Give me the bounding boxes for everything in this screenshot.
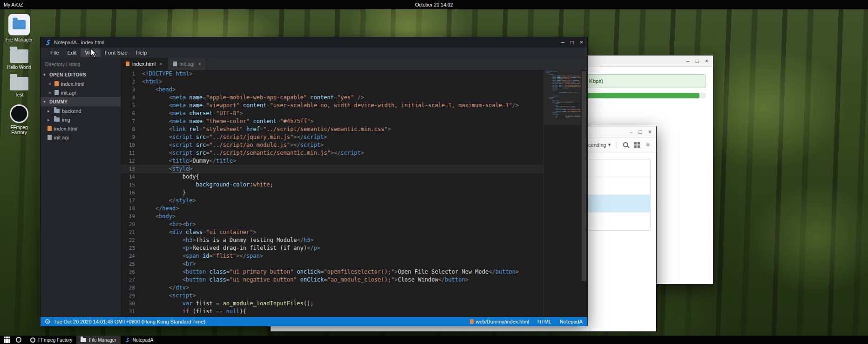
taskbar-item-file-manager[interactable]: File Manager bbox=[76, 336, 120, 344]
status-appname[interactable]: NotepadA bbox=[560, 319, 583, 324]
aroz-brand[interactable]: My ArOZ bbox=[4, 2, 23, 7]
code-line[interactable]: 8 <link rel="stylesheet" href="../script… bbox=[121, 125, 581, 133]
folder-icon bbox=[10, 77, 28, 90]
taskbar-clock-icon[interactable] bbox=[16, 337, 21, 343]
minimize-icon[interactable]: – bbox=[686, 58, 690, 64]
close-icon[interactable]: × bbox=[47, 81, 52, 87]
code-line[interactable]: 12 <title>Dummy</title> bbox=[121, 157, 581, 165]
code-line[interactable]: 7 <meta name="theme-color" content="#4b7… bbox=[121, 117, 581, 125]
code-line[interactable]: 1<!DOCTYPE html> bbox=[121, 70, 581, 78]
list-view-icon[interactable]: ≡ bbox=[646, 142, 650, 148]
line-number: 23 bbox=[121, 244, 142, 252]
menu-bar: FileEditViewFont SizeHelp bbox=[41, 48, 587, 58]
maximize-icon[interactable]: □ bbox=[639, 129, 642, 135]
code-line[interactable]: 19 <body> bbox=[121, 213, 581, 220]
tab-init-agi[interactable]: init.agi× bbox=[168, 58, 207, 70]
line-number: 20 bbox=[121, 220, 142, 228]
close-icon[interactable]: × bbox=[198, 61, 201, 67]
menu-item-help[interactable]: Help bbox=[132, 48, 151, 57]
tree-section-dummy[interactable]: ▾DUMMY bbox=[41, 97, 121, 106]
code-line[interactable]: 21 <div class="ui container"> bbox=[121, 228, 581, 236]
code-line[interactable]: 4 <meta name="apple-mobile-web-app-capab… bbox=[121, 94, 581, 102]
menu-item-font-size[interactable]: Font Size bbox=[101, 48, 132, 57]
minimap[interactable]: <!DOCTYPE html><html> <head> <meta name=… bbox=[543, 70, 581, 317]
editor-scrollbar[interactable] bbox=[581, 70, 587, 317]
code-line[interactable]: 3 <head> bbox=[121, 86, 581, 94]
minimize-icon[interactable]: – bbox=[561, 40, 564, 45]
taskbar: FFmpeg FactoryFile ManagerNotepadA bbox=[0, 336, 868, 344]
line-number: 4 bbox=[121, 94, 142, 102]
code-line[interactable]: 29 <script> bbox=[121, 292, 581, 300]
close-icon[interactable]: × bbox=[159, 61, 162, 67]
grid-view-icon[interactable] bbox=[634, 142, 640, 148]
code-line[interactable]: 20 <br><br> bbox=[121, 220, 581, 228]
start-menu-icon[interactable] bbox=[4, 337, 6, 338]
taskbar-item-ffmpeg-factory[interactable]: FFmpeg Factory bbox=[26, 336, 76, 344]
desktop-icon-ffmpeg-factory[interactable]: FFmpeg Factory bbox=[4, 104, 34, 135]
code-line[interactable]: 9 <script src="../script/jquery.min.js">… bbox=[121, 133, 581, 141]
tree-item-init-agi[interactable]: ×init.agi bbox=[41, 88, 121, 97]
code-line[interactable]: 31 if (flist == null){ bbox=[121, 308, 581, 316]
menu-item-edit[interactable]: Edit bbox=[63, 48, 81, 57]
tree-item-index-html[interactable]: ×index.html bbox=[41, 79, 121, 88]
tree-item-index-html[interactable]: index.html bbox=[41, 124, 121, 133]
code-line[interactable]: 6 <meta charset="UTF-8"> bbox=[121, 110, 581, 117]
close-icon[interactable]: × bbox=[47, 90, 52, 96]
line-number: 10 bbox=[121, 141, 142, 149]
line-number: 14 bbox=[121, 173, 142, 181]
code-line[interactable]: 24 <span id="flist"></span> bbox=[121, 252, 581, 260]
tree-item-init-agi[interactable]: init.agi bbox=[41, 133, 121, 142]
code-line[interactable]: 16 } bbox=[121, 189, 581, 197]
code-line[interactable]: 26 <button class="ui primary button" onc… bbox=[121, 268, 581, 276]
code-line[interactable]: 5 <meta name="viewport" content="user-sc… bbox=[121, 102, 581, 110]
code-line[interactable]: 23 <p>Received drag-in filelist (if any)… bbox=[121, 244, 581, 252]
code-line[interactable]: 10 <script src="../script/ao_module.js">… bbox=[121, 141, 581, 149]
line-number: 13 bbox=[121, 165, 142, 173]
status-filepath: web/Dummy/index.html bbox=[476, 319, 529, 324]
clock-icon bbox=[45, 319, 50, 324]
code-line[interactable]: 28 </div> bbox=[121, 284, 581, 292]
status-filepath-item[interactable]: web/Dummy/index.html bbox=[470, 319, 529, 324]
close-icon[interactable]: × bbox=[648, 129, 651, 135]
maximize-icon[interactable]: □ bbox=[570, 40, 574, 45]
minimize-icon[interactable]: – bbox=[630, 129, 633, 135]
code-line[interactable]: 15 background-color:white; bbox=[121, 181, 581, 189]
notepada-titlebar[interactable]: NotepadA - index.html – □ × bbox=[41, 37, 587, 48]
code-line[interactable]: 22 <h3>This is a Dummy Testing Module</h… bbox=[121, 236, 581, 244]
close-icon[interactable]: × bbox=[580, 40, 583, 45]
status-language[interactable]: HTML bbox=[537, 319, 551, 324]
code-line[interactable]: 27 <button class="ui negative button" on… bbox=[121, 276, 581, 284]
notepada-window: NotepadA - index.html – □ × FileEditView… bbox=[40, 37, 588, 326]
code-line[interactable]: 17 </style> bbox=[121, 197, 581, 205]
desktop-icon-file-manager[interactable]: File Manager bbox=[4, 14, 34, 42]
desktop-icon-test[interactable]: Test bbox=[4, 77, 34, 97]
taskbar-item-notepada[interactable]: NotepadA bbox=[121, 336, 157, 344]
scrollbar-thumb[interactable] bbox=[582, 71, 586, 281]
code-line[interactable]: 18 </head> bbox=[121, 205, 581, 213]
menu-item-file[interactable]: File bbox=[46, 48, 63, 57]
desktop-icon-hello-world[interactable]: Hello World bbox=[4, 49, 34, 70]
file-icon bbox=[47, 135, 52, 140]
line-number: 31 bbox=[121, 308, 142, 316]
code-line[interactable]: 14 body{ bbox=[121, 173, 581, 181]
code-line[interactable]: 25 <br> bbox=[121, 260, 581, 268]
chevron-down-icon: ▾ bbox=[43, 99, 47, 104]
tree-section-open-editors[interactable]: ▾OPEN EDITORS bbox=[41, 70, 121, 79]
tab-index-html[interactable]: index.html× bbox=[121, 58, 168, 70]
search-icon[interactable] bbox=[623, 142, 628, 147]
folder-icon bbox=[81, 338, 86, 342]
tree-item-backend[interactable]: ▸backend bbox=[41, 106, 121, 115]
code-line[interactable]: 13 <style> bbox=[121, 165, 581, 173]
close-icon[interactable]: × bbox=[705, 58, 708, 64]
line-number: 15 bbox=[121, 181, 142, 189]
code-line[interactable]: 2<html> bbox=[121, 78, 581, 86]
line-number: 12 bbox=[121, 157, 142, 165]
minimap-slider[interactable] bbox=[544, 70, 581, 125]
tree-item-img[interactable]: ▸img bbox=[41, 115, 121, 124]
maximize-icon[interactable]: □ bbox=[696, 58, 699, 64]
code-line[interactable]: 30 var flist = ao_module_loadInputFiles(… bbox=[121, 300, 581, 308]
code-line[interactable]: 11 <script src="../script/semantic/seman… bbox=[121, 149, 581, 157]
sidebar-header: Directory Listing bbox=[41, 58, 121, 70]
file-icon bbox=[173, 62, 177, 66]
editor: index.html×init.agi× 1<!DOCTYPE html>2<h… bbox=[121, 58, 587, 317]
